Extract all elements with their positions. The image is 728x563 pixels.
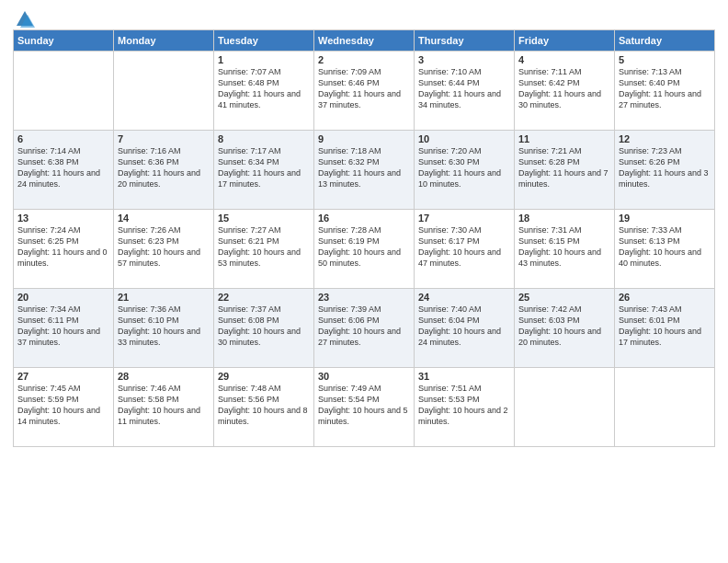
day-number: 4 <box>518 54 610 65</box>
day-number: 8 <box>218 133 310 144</box>
calendar-body: 1Sunrise: 7:07 AM Sunset: 6:48 PM Daylig… <box>14 52 715 447</box>
calendar-cell: 2Sunrise: 7:09 AM Sunset: 6:46 PM Daylig… <box>314 52 415 131</box>
calendar-cell: 29Sunrise: 7:48 AM Sunset: 5:56 PM Dayli… <box>214 368 314 447</box>
cell-info: Sunrise: 7:21 AM Sunset: 6:28 PM Dayligh… <box>518 145 610 190</box>
cell-info: Sunrise: 7:48 AM Sunset: 5:56 PM Dayligh… <box>218 383 310 428</box>
calendar-cell: 31Sunrise: 7:51 AM Sunset: 5:53 PM Dayli… <box>415 368 515 447</box>
calendar-cell: 6Sunrise: 7:14 AM Sunset: 6:38 PM Daylig… <box>14 131 114 210</box>
calendar-cell: 23Sunrise: 7:39 AM Sunset: 6:06 PM Dayli… <box>314 289 415 368</box>
day-number: 22 <box>218 292 310 303</box>
cell-info: Sunrise: 7:09 AM Sunset: 6:46 PM Dayligh… <box>318 66 410 111</box>
calendar-cell: 9Sunrise: 7:18 AM Sunset: 6:32 PM Daylig… <box>314 131 415 210</box>
cell-info: Sunrise: 7:26 AM Sunset: 6:23 PM Dayligh… <box>118 224 210 270</box>
cell-info: Sunrise: 7:28 AM Sunset: 6:19 PM Dayligh… <box>318 224 410 270</box>
calendar-cell: 12Sunrise: 7:23 AM Sunset: 6:26 PM Dayli… <box>615 131 715 210</box>
calendar-week-5: 27Sunrise: 7:45 AM Sunset: 5:59 PM Dayli… <box>14 368 715 447</box>
cell-info: Sunrise: 7:14 AM Sunset: 6:38 PM Dayligh… <box>17 145 109 190</box>
day-number: 2 <box>318 54 410 65</box>
day-number: 25 <box>518 292 610 303</box>
cell-info: Sunrise: 7:43 AM Sunset: 6:01 PM Dayligh… <box>619 304 711 349</box>
calendar-cell: 28Sunrise: 7:46 AM Sunset: 5:58 PM Dayli… <box>114 368 214 447</box>
calendar-week-3: 13Sunrise: 7:24 AM Sunset: 6:25 PM Dayli… <box>14 210 715 289</box>
day-number: 26 <box>619 292 711 303</box>
cell-info: Sunrise: 7:24 AM Sunset: 6:25 PM Dayligh… <box>17 224 109 270</box>
cell-info: Sunrise: 7:18 AM Sunset: 6:32 PM Dayligh… <box>318 145 410 190</box>
cell-info: Sunrise: 7:23 AM Sunset: 6:26 PM Dayligh… <box>619 145 711 190</box>
cell-info: Sunrise: 7:45 AM Sunset: 5:59 PM Dayligh… <box>17 383 109 428</box>
calendar-cell: 26Sunrise: 7:43 AM Sunset: 6:01 PM Dayli… <box>615 289 715 368</box>
day-number: 5 <box>619 54 711 65</box>
cell-info: Sunrise: 7:36 AM Sunset: 6:10 PM Dayligh… <box>118 304 210 349</box>
calendar-cell: 5Sunrise: 7:13 AM Sunset: 6:40 PM Daylig… <box>615 52 715 131</box>
weekday-header-saturday: Saturday <box>615 30 715 52</box>
day-number: 3 <box>418 54 510 65</box>
cell-info: Sunrise: 7:07 AM Sunset: 6:48 PM Dayligh… <box>218 66 310 111</box>
weekday-header-tuesday: Tuesday <box>214 30 314 52</box>
day-number: 30 <box>318 371 410 382</box>
calendar-week-4: 20Sunrise: 7:34 AM Sunset: 6:11 PM Dayli… <box>14 289 715 368</box>
cell-info: Sunrise: 7:39 AM Sunset: 6:06 PM Dayligh… <box>318 304 410 349</box>
cell-info: Sunrise: 7:46 AM Sunset: 5:58 PM Dayligh… <box>118 383 210 428</box>
cell-info: Sunrise: 7:37 AM Sunset: 6:08 PM Dayligh… <box>218 304 310 349</box>
calendar-cell: 4Sunrise: 7:11 AM Sunset: 6:42 PM Daylig… <box>515 52 615 131</box>
day-number: 24 <box>418 292 510 303</box>
calendar-cell <box>114 52 214 131</box>
cell-info: Sunrise: 7:42 AM Sunset: 6:03 PM Dayligh… <box>518 304 610 349</box>
cell-info: Sunrise: 7:51 AM Sunset: 5:53 PM Dayligh… <box>418 383 510 428</box>
cell-info: Sunrise: 7:49 AM Sunset: 5:54 PM Dayligh… <box>318 383 410 428</box>
calendar-cell: 21Sunrise: 7:36 AM Sunset: 6:10 PM Dayli… <box>114 289 214 368</box>
calendar-cell: 18Sunrise: 7:31 AM Sunset: 6:15 PM Dayli… <box>515 210 615 289</box>
calendar-cell <box>615 368 715 447</box>
calendar-cell: 3Sunrise: 7:10 AM Sunset: 6:44 PM Daylig… <box>415 52 515 131</box>
day-number: 9 <box>318 133 410 144</box>
calendar-cell: 10Sunrise: 7:20 AM Sunset: 6:30 PM Dayli… <box>415 131 515 210</box>
calendar-cell: 30Sunrise: 7:49 AM Sunset: 5:54 PM Dayli… <box>314 368 415 447</box>
day-number: 21 <box>118 292 210 303</box>
day-number: 23 <box>318 292 410 303</box>
cell-info: Sunrise: 7:16 AM Sunset: 6:36 PM Dayligh… <box>118 145 210 190</box>
cell-info: Sunrise: 7:10 AM Sunset: 6:44 PM Dayligh… <box>418 66 510 111</box>
calendar-cell: 19Sunrise: 7:33 AM Sunset: 6:13 PM Dayli… <box>615 210 715 289</box>
day-number: 6 <box>17 133 109 144</box>
cell-info: Sunrise: 7:34 AM Sunset: 6:11 PM Dayligh… <box>17 304 109 349</box>
day-number: 19 <box>619 213 711 224</box>
day-number: 20 <box>17 292 109 303</box>
cell-info: Sunrise: 7:31 AM Sunset: 6:15 PM Dayligh… <box>518 224 610 270</box>
cell-info: Sunrise: 7:27 AM Sunset: 6:21 PM Dayligh… <box>218 224 310 270</box>
calendar-cell: 16Sunrise: 7:28 AM Sunset: 6:19 PM Dayli… <box>314 210 415 289</box>
calendar-cell: 15Sunrise: 7:27 AM Sunset: 6:21 PM Dayli… <box>214 210 314 289</box>
cell-info: Sunrise: 7:40 AM Sunset: 6:04 PM Dayligh… <box>418 304 510 349</box>
calendar-cell: 7Sunrise: 7:16 AM Sunset: 6:36 PM Daylig… <box>114 131 214 210</box>
cell-info: Sunrise: 7:17 AM Sunset: 6:34 PM Dayligh… <box>218 145 310 190</box>
weekday-header-friday: Friday <box>515 30 615 52</box>
day-number: 10 <box>418 133 510 144</box>
calendar-cell: 20Sunrise: 7:34 AM Sunset: 6:11 PM Dayli… <box>14 289 114 368</box>
calendar-cell: 1Sunrise: 7:07 AM Sunset: 6:48 PM Daylig… <box>214 52 314 131</box>
day-number: 14 <box>118 213 210 224</box>
weekday-header-monday: Monday <box>114 30 214 52</box>
day-number: 28 <box>118 371 210 382</box>
logo <box>13 9 35 26</box>
day-number: 27 <box>17 371 109 382</box>
cell-info: Sunrise: 7:13 AM Sunset: 6:40 PM Dayligh… <box>619 66 711 111</box>
calendar-cell: 24Sunrise: 7:40 AM Sunset: 6:04 PM Dayli… <box>415 289 515 368</box>
cell-info: Sunrise: 7:11 AM Sunset: 6:42 PM Dayligh… <box>518 66 610 111</box>
page-container: SundayMondayTuesdayWednesdayThursdayFrid… <box>0 0 728 454</box>
day-number: 11 <box>518 133 610 144</box>
calendar-cell: 17Sunrise: 7:30 AM Sunset: 6:17 PM Dayli… <box>415 210 515 289</box>
calendar-week-2: 6Sunrise: 7:14 AM Sunset: 6:38 PM Daylig… <box>14 131 715 210</box>
cell-info: Sunrise: 7:30 AM Sunset: 6:17 PM Dayligh… <box>418 224 510 270</box>
day-number: 7 <box>118 133 210 144</box>
calendar-cell: 14Sunrise: 7:26 AM Sunset: 6:23 PM Dayli… <box>114 210 214 289</box>
weekday-header-wednesday: Wednesday <box>314 30 415 52</box>
day-number: 31 <box>418 371 510 382</box>
day-number: 29 <box>218 371 310 382</box>
calendar-cell <box>515 368 615 447</box>
calendar-cell: 8Sunrise: 7:17 AM Sunset: 6:34 PM Daylig… <box>214 131 314 210</box>
weekday-header-row: SundayMondayTuesdayWednesdayThursdayFrid… <box>14 30 715 52</box>
calendar-table: SundayMondayTuesdayWednesdayThursdayFrid… <box>13 29 715 447</box>
day-number: 1 <box>218 54 310 65</box>
calendar-cell: 13Sunrise: 7:24 AM Sunset: 6:25 PM Dayli… <box>14 210 114 289</box>
day-number: 18 <box>518 213 610 224</box>
header <box>13 9 715 26</box>
